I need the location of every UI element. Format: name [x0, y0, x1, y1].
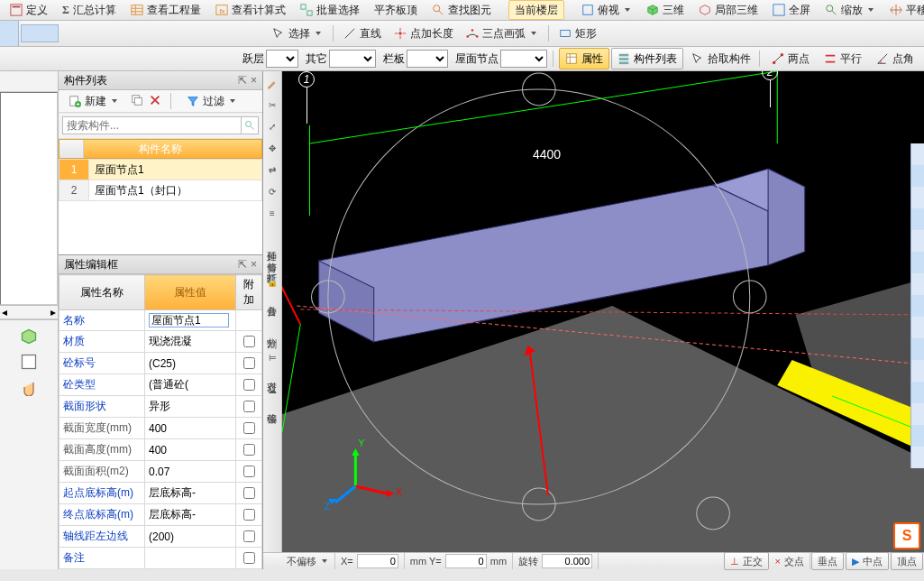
prop-row: 截面形状异形: [59, 396, 262, 418]
mirror-icon[interactable]: ⇄: [264, 161, 280, 178]
search-input[interactable]: [62, 116, 242, 134]
pin-icon[interactable]: ⇱: [238, 74, 247, 87]
attributes-button[interactable]: 属性: [559, 48, 609, 69]
col-attr-extra: 附加: [236, 275, 262, 310]
menu-pan[interactable]: 平移: [883, 0, 924, 20]
merge-tool[interactable]: 合并: [264, 295, 280, 300]
menu-define[interactable]: 定义: [4, 0, 54, 20]
component-list-button[interactable]: 构件列表: [611, 48, 683, 69]
name-input[interactable]: [149, 313, 229, 327]
filter-button[interactable]: 过滤: [180, 91, 243, 111]
copy-icon[interactable]: [131, 94, 143, 109]
mid-button[interactable]: ▶中点: [846, 552, 889, 570]
split-icon[interactable]: ✂: [264, 306, 280, 322]
prop-row: 材质现浇混凝: [59, 331, 262, 353]
menu-batch-select[interactable]: 批量选择: [294, 0, 366, 20]
close-icon[interactable]: ×: [251, 74, 257, 87]
align-icon[interactable]: ⊨: [264, 349, 280, 365]
col-attr-name: 属性名称: [59, 275, 145, 310]
label: 点加长度: [410, 26, 453, 42]
rot-input[interactable]: [542, 554, 592, 568]
apex-button[interactable]: 顶点: [891, 552, 923, 570]
svg-point-12: [466, 35, 469, 38]
floor-combo[interactable]: [266, 50, 298, 68]
ortho-button[interactable]: ⊥正交: [724, 552, 769, 570]
cut-icon[interactable]: ✂: [264, 97, 280, 113]
search-icon[interactable]: [242, 116, 259, 134]
lock-icon[interactable]: 🔒: [264, 273, 280, 290]
svg-point-13: [471, 29, 474, 32]
slab-combo[interactable]: [407, 50, 448, 68]
label: 过滤: [203, 94, 224, 109]
new-button[interactable]: 新建: [62, 91, 125, 111]
docked-tab[interactable]: [0, 21, 19, 46]
scroll-left-icon[interactable]: ◂: [2, 306, 7, 318]
scroll-right-icon[interactable]: ▸: [50, 306, 56, 318]
trim-tool[interactable]: 修剪: [264, 252, 280, 257]
point-angle-button[interactable]: 点角: [870, 49, 920, 69]
ime-indicator[interactable]: S: [893, 522, 920, 549]
node-label: 1: [298, 71, 315, 88]
table-row[interactable]: 2屋面节点1（封口）: [59, 180, 262, 201]
perp-button[interactable]: 垂点: [811, 552, 844, 570]
svg-rect-6: [307, 11, 312, 15]
side-panels: 构件列表 ⇱× 新建 过滤 构件名称 1屋面节点1 2屋面节点1（封口） 属性编…: [59, 71, 263, 569]
menu-find-element[interactable]: 查找图元: [425, 0, 498, 20]
pin-icon[interactable]: ⇱: [238, 258, 247, 271]
menu-top-view[interactable]: 俯视: [575, 0, 638, 20]
offset-tool[interactable]: 偏移: [264, 403, 280, 409]
menu-view-qty[interactable]: 查看工程量: [124, 0, 207, 20]
pick-component-button[interactable]: 拾取构件: [685, 49, 757, 69]
chevron-down-icon: [314, 29, 323, 38]
hand-icon[interactable]: [20, 378, 38, 396]
two-point-button[interactable]: 两点: [765, 49, 816, 69]
offset-mode[interactable]: 不偏移: [281, 553, 335, 569]
menu-view-formula[interactable]: fx查看计算式: [209, 0, 292, 20]
right-snap-bar[interactable]: [910, 143, 924, 468]
move-icon[interactable]: ✥: [264, 140, 280, 156]
sheet-icon[interactable]: [20, 353, 38, 371]
label: 拾取构件: [708, 51, 751, 67]
align-tool[interactable]: 对齐: [264, 371, 280, 376]
other-combo[interactable]: [329, 50, 376, 68]
3d-canvas[interactable]: Y X Z 4400 1 2: [282, 71, 924, 553]
y-input[interactable]: [445, 554, 487, 568]
select-tool[interactable]: 选择: [266, 23, 329, 43]
menu-current-floor[interactable]: 当前楼层: [508, 0, 564, 20]
cloud-icon[interactable]: ☁: [264, 382, 280, 398]
extend-tool[interactable]: 延伸: [264, 241, 280, 246]
delete-icon[interactable]: [149, 94, 161, 109]
label: 点角: [892, 51, 914, 67]
line-tool[interactable]: 直线: [337, 23, 388, 43]
expand-icon[interactable]: ⤢: [264, 118, 280, 134]
menu-3d[interactable]: 三维: [640, 0, 691, 20]
parallel-button[interactable]: 平行: [818, 49, 868, 69]
main-area: ◂▸ 构件列表 ⇱× 新建 过滤 构件名称 1屋面节点1: [0, 71, 924, 569]
roof-combo[interactable]: [500, 50, 547, 68]
close-icon[interactable]: ×: [251, 258, 257, 271]
offset-icon[interactable]: ≡: [264, 205, 280, 221]
prop-row: 截面面积(m2)0.07: [59, 461, 262, 483]
arc-add-length-tool[interactable]: 点加长度: [388, 23, 460, 43]
osnap-label: ×交点: [770, 553, 810, 569]
menu-fullscreen[interactable]: 全屏: [766, 0, 817, 20]
label: 平行: [840, 51, 862, 67]
docked-tab-2[interactable]: [21, 24, 59, 42]
menu-zoom[interactable]: 缩放: [819, 0, 882, 20]
status-bar: 不偏移 X= mm Y=mm 旋转 ⊥正交 ×交点 垂点 ▶中点 顶点: [263, 552, 924, 569]
property-table: 属性名称属性值附加 名称 材质现浇混凝 砼标号(C25) 砼类型(普通砼( 截面…: [59, 274, 262, 569]
table-row[interactable]: 1屋面节点1: [59, 160, 262, 180]
row-number: 2: [59, 180, 89, 201]
menu-summary[interactable]: Σ汇总计算: [56, 0, 123, 20]
rect-tool[interactable]: 矩形: [553, 23, 603, 43]
arc-3pt-tool[interactable]: 三点画弧: [460, 23, 544, 43]
rotate-icon[interactable]: ⟳: [264, 183, 280, 199]
label: 平齐板顶: [374, 3, 417, 18]
brush-icon[interactable]: [264, 75, 280, 91]
split-tool[interactable]: 分割: [264, 327, 280, 333]
x-input[interactable]: [357, 554, 398, 568]
menu-align-slab-top[interactable]: 平齐板顶: [368, 0, 424, 20]
break-tool[interactable]: 打断: [264, 263, 280, 268]
menu-local-3d[interactable]: 局部三维: [692, 0, 764, 20]
cube-icon[interactable]: [20, 327, 38, 346]
